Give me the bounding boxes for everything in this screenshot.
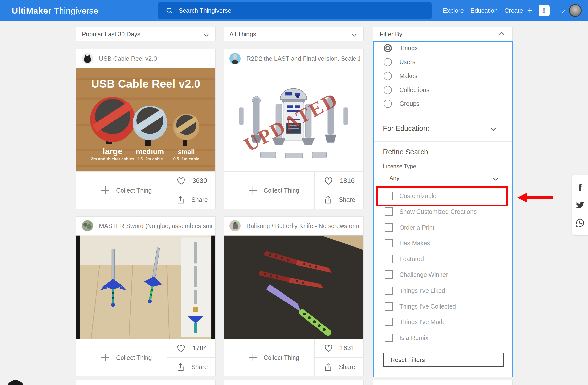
radio-label: Things bbox=[399, 44, 418, 52]
filter-checkbox-things-ive-liked[interactable]: Things I've Liked bbox=[385, 286, 445, 295]
checkbox[interactable] bbox=[385, 255, 393, 263]
checkbox[interactable] bbox=[385, 334, 393, 342]
user-avatar[interactable] bbox=[569, 4, 582, 17]
reset-filters-button[interactable]: Reset Filters bbox=[383, 353, 504, 367]
checkbox-label: Things I've Made bbox=[399, 318, 446, 325]
plus-icon bbox=[249, 353, 257, 362]
filter-radio-users[interactable]: Users bbox=[384, 58, 415, 66]
thing-image-r2d2[interactable]: UPDATED bbox=[224, 68, 363, 172]
radio-icon[interactable] bbox=[384, 100, 392, 108]
heart-icon bbox=[324, 344, 333, 352]
filter-radio-collections[interactable]: Collections bbox=[384, 85, 429, 94]
collect-thing-label: Collect Thing bbox=[264, 187, 299, 194]
radio-icon[interactable] bbox=[384, 86, 392, 94]
creator-avatar-backpack[interactable] bbox=[229, 220, 241, 231]
like-button[interactable]: 1631 bbox=[315, 339, 363, 358]
search-input[interactable]: Search Thingiverse bbox=[158, 2, 432, 19]
checkbox[interactable] bbox=[385, 192, 393, 200]
next-row-card-partial bbox=[373, 380, 513, 385]
scope-dropdown[interactable]: All Things bbox=[224, 27, 364, 41]
share-label: Share bbox=[339, 196, 355, 203]
checkbox[interactable] bbox=[385, 286, 393, 295]
filter-checkbox-show-customized-creations[interactable]: Show Customized Creations bbox=[385, 207, 477, 216]
filter-radio-groups[interactable]: Groups bbox=[384, 99, 420, 108]
collect-thing-button[interactable]: Collect Thing bbox=[76, 339, 167, 376]
label-small-sub: 0.5~1m cable bbox=[173, 157, 199, 162]
checkbox[interactable] bbox=[385, 207, 393, 216]
chevron-down-icon bbox=[493, 175, 498, 181]
social-share-rail: f bbox=[572, 175, 588, 235]
creator-avatar-outdoor[interactable] bbox=[82, 220, 93, 231]
nav-create[interactable]: Create + bbox=[504, 0, 533, 21]
brand-light: Thingiverse bbox=[54, 6, 98, 16]
thing-title[interactable]: R2D2 the LAST and Final version. Scale 1… bbox=[247, 55, 360, 62]
thing-image-balisong[interactable] bbox=[224, 235, 363, 339]
radio-icon[interactable] bbox=[384, 72, 392, 80]
image-title-text: USB Cable Reel v2.0 bbox=[91, 78, 200, 90]
filter-radio-makes[interactable]: Makes bbox=[384, 72, 418, 80]
filter-by-label: Filter By bbox=[380, 31, 402, 38]
share-icon bbox=[324, 363, 332, 371]
like-button[interactable]: 1816 bbox=[315, 172, 363, 190]
account-chevron-down-icon[interactable] bbox=[560, 8, 565, 13]
share-button[interactable]: Share bbox=[167, 191, 215, 209]
collect-thing-button[interactable]: Collect Thing bbox=[76, 172, 167, 209]
filter-by-header[interactable]: Filter By bbox=[373, 27, 513, 41]
radio-label: Groups bbox=[399, 100, 420, 107]
brand-logo[interactable]: UltiMaker Thingiverse bbox=[12, 0, 98, 21]
card-header[interactable]: R2D2 the LAST and Final version. Scale 1… bbox=[224, 49, 363, 68]
filter-checkbox-has-makes[interactable]: Has Makes bbox=[385, 239, 430, 248]
filter-checkbox-customizable[interactable]: Customizable bbox=[385, 192, 436, 200]
thing-title[interactable]: USB Cable Reel v2.0 bbox=[99, 55, 212, 62]
filter-checkbox-challenge-winner[interactable]: Challenge Winner bbox=[385, 270, 448, 279]
checkbox[interactable] bbox=[385, 302, 393, 311]
creator-avatar-cat[interactable] bbox=[82, 53, 93, 64]
whatsapp-icon[interactable] bbox=[576, 219, 585, 227]
collect-thing-button[interactable]: Collect Thing bbox=[224, 339, 315, 376]
sort-dropdown[interactable]: Popular Last 30 Days bbox=[76, 27, 216, 41]
checkbox[interactable] bbox=[385, 223, 393, 232]
share-button[interactable]: Share bbox=[315, 191, 363, 209]
radio-selected-icon[interactable] bbox=[384, 44, 392, 52]
nav-explore[interactable]: Explore bbox=[443, 0, 464, 21]
facebook-icon[interactable]: f bbox=[578, 183, 582, 192]
like-button[interactable]: 3630 bbox=[167, 172, 215, 190]
plus-icon bbox=[101, 186, 110, 195]
collect-thing-button[interactable]: Collect Thing bbox=[224, 172, 315, 209]
for-education-label: For Education: bbox=[383, 124, 429, 133]
filter-radio-things[interactable]: Things bbox=[384, 44, 418, 52]
collect-thing-label: Collect Thing bbox=[116, 354, 152, 361]
checkbox[interactable] bbox=[385, 318, 393, 326]
filter-checkbox-things-ive-collected[interactable]: Things I've Collected bbox=[385, 302, 456, 311]
thing-title[interactable]: MASTER Sword (No glue, assembles smooth.… bbox=[99, 222, 212, 229]
notification-badge[interactable]: ! bbox=[539, 5, 549, 16]
card-header[interactable]: MASTER Sword (No glue, assembles smooth.… bbox=[76, 217, 215, 235]
filter-checkbox-order-a-print[interactable]: Order a Print bbox=[385, 223, 434, 232]
creator-avatar-person[interactable] bbox=[229, 53, 241, 64]
license-type-select[interactable]: Any bbox=[383, 172, 504, 184]
card-header[interactable]: Balisong / Butterfly Knife - No screws o… bbox=[224, 217, 363, 235]
card-header[interactable]: USB Cable Reel v2.0 bbox=[76, 49, 215, 68]
twitter-icon[interactable] bbox=[575, 201, 585, 209]
share-icon bbox=[177, 363, 185, 371]
thing-image-usb-cable-reel[interactable]: USB Cable Reel v2.0 large 2m and thicker… bbox=[76, 68, 215, 172]
checkbox[interactable] bbox=[385, 270, 393, 279]
chat-widget-button[interactable] bbox=[6, 380, 25, 385]
thing-image-master-sword[interactable] bbox=[76, 235, 215, 339]
like-button[interactable]: 1784 bbox=[167, 339, 215, 358]
share-button[interactable]: Share bbox=[167, 358, 215, 376]
filter-checkbox-things-ive-made[interactable]: Things I've Made bbox=[385, 317, 446, 326]
checkbox[interactable] bbox=[385, 239, 393, 247]
nav-education[interactable]: Education bbox=[470, 0, 498, 21]
annotation-arrow bbox=[526, 196, 553, 199]
like-count: 3630 bbox=[192, 177, 207, 185]
share-button[interactable]: Share bbox=[315, 358, 363, 376]
top-header-bar: UltiMaker Thingiverse Search Thingiverse… bbox=[0, 0, 588, 21]
like-count: 1784 bbox=[192, 344, 207, 352]
filter-checkbox-featured[interactable]: Featured bbox=[385, 254, 424, 263]
filter-checkbox-is-a-remix[interactable]: Is a Remix bbox=[385, 333, 428, 342]
brand-bold: UltiMaker bbox=[12, 6, 51, 16]
annotation-arrow-head-icon bbox=[517, 193, 526, 202]
radio-icon[interactable] bbox=[384, 58, 392, 66]
thing-title[interactable]: Balisong / Butterfly Knife - No screws o… bbox=[247, 222, 360, 229]
